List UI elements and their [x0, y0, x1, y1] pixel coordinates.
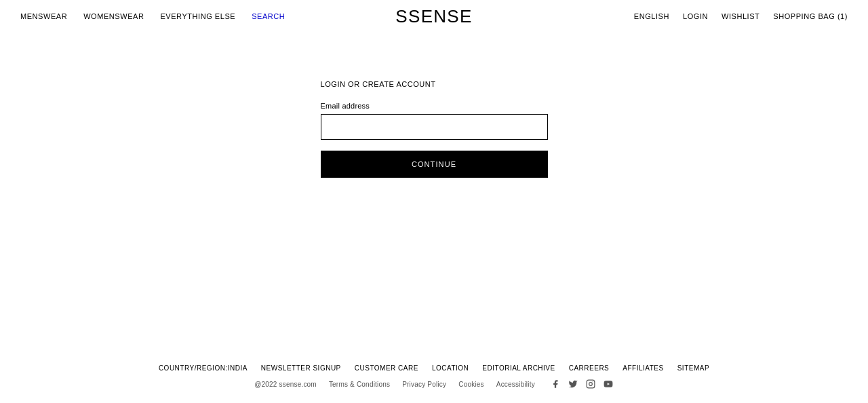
email-field-group: Email address: [321, 102, 548, 140]
footer: COUNTRY/REGION:INDIA NEWSLETTER SIGNUP C…: [0, 351, 868, 403]
copyright: @2022 ssense.com: [254, 381, 317, 388]
language-link[interactable]: ENGLISH: [634, 12, 669, 20]
footer-links: COUNTRY/REGION:INDIA NEWSLETTER SIGNUP C…: [20, 364, 848, 372]
header-nav-right: ENGLISH LOGIN WISHLIST SHOPPING BAG (1): [634, 12, 848, 20]
newsletter-link[interactable]: NEWSLETTER SIGNUP: [261, 364, 341, 372]
login-link[interactable]: LOGIN: [683, 12, 708, 20]
sitemap-link[interactable]: SITEMAP: [677, 364, 709, 372]
accessibility-link[interactable]: Accessibility: [496, 381, 535, 388]
careers-link[interactable]: CARREERS: [569, 364, 610, 372]
everything-else-link[interactable]: EVERYTHING ELSE: [160, 12, 235, 20]
email-input[interactable]: [321, 114, 548, 140]
svg-point-1: [589, 383, 593, 386]
customer-care-link[interactable]: CUSTOMER CARE: [355, 364, 418, 372]
email-label: Email address: [321, 102, 548, 110]
login-form-container: LOGIN OR CREATE ACCOUNT Email address CO…: [321, 80, 548, 178]
svg-rect-0: [587, 380, 595, 388]
facebook-icon[interactable]: [550, 379, 561, 389]
form-title: LOGIN OR CREATE ACCOUNT: [321, 80, 548, 88]
wishlist-link[interactable]: WISHLIST: [722, 12, 760, 20]
privacy-link[interactable]: Privacy Policy: [402, 381, 446, 388]
shopping-bag-link[interactable]: SHOPPING BAG (1): [773, 12, 848, 20]
search-link[interactable]: SEARCH: [252, 12, 285, 20]
country-link[interactable]: COUNTRY/REGION:INDIA: [159, 364, 248, 372]
instagram-icon[interactable]: [585, 379, 596, 389]
youtube-icon[interactable]: [603, 379, 614, 389]
svg-point-2: [592, 381, 593, 382]
affiliates-link[interactable]: AFFILIATES: [623, 364, 663, 372]
location-link[interactable]: LOCATION: [432, 364, 469, 372]
main-content: LOGIN OR CREATE ACCOUNT Email address CO…: [0, 33, 868, 351]
twitter-icon[interactable]: [568, 379, 578, 389]
site-logo[interactable]: SSENSE: [395, 6, 472, 27]
continue-button[interactable]: CONTINUE: [321, 151, 548, 178]
social-icons: [550, 379, 614, 389]
terms-link[interactable]: Terms & Conditions: [329, 381, 390, 388]
womenswear-link[interactable]: WOMENSWEAR: [83, 12, 144, 20]
footer-bottom: @2022 ssense.com Terms & Conditions Priv…: [20, 379, 848, 389]
menswear-link[interactable]: MENSWEAR: [20, 12, 67, 20]
header: MENSWEAR WOMENSWEAR EVERYTHING ELSE SEAR…: [0, 0, 868, 33]
editorial-link[interactable]: EDITORIAL ARCHIVE: [482, 364, 555, 372]
header-nav-left: MENSWEAR WOMENSWEAR EVERYTHING ELSE SEAR…: [20, 12, 285, 20]
cookies-link[interactable]: Cookies: [458, 381, 484, 388]
